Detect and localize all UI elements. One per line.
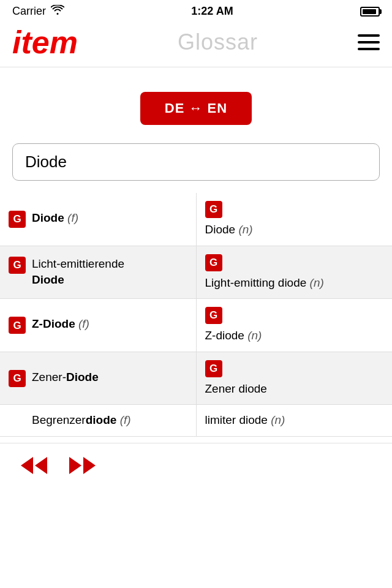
table-row: G Licht-emittierende Diode G Light-emitt… <box>0 246 392 299</box>
language-toggle-button[interactable]: DE ↔ EN <box>140 92 252 125</box>
carrier-label: Carrier <box>12 5 46 18</box>
g-badge: G <box>205 254 222 271</box>
rewind-button[interactable] <box>18 454 50 477</box>
battery-icon <box>360 7 380 17</box>
app-header: item Glossar <box>0 21 392 67</box>
footer-nav <box>0 443 392 488</box>
forward-icon <box>69 457 96 474</box>
en-cell: G Light-emitting diode (n) <box>196 246 392 299</box>
g-badge: G <box>205 360 222 377</box>
search-input[interactable] <box>12 143 380 181</box>
g-badge: G <box>9 370 26 387</box>
de-cell: G Zener-Diode <box>0 352 196 405</box>
de-cell: Begrenzerdiode (f) <box>0 405 196 437</box>
forward-button[interactable] <box>67 454 98 477</box>
de-cell: G Licht-emittierende Diode <box>0 246 196 299</box>
search-section <box>0 143 392 193</box>
g-badge: G <box>205 307 222 324</box>
g-badge: G <box>9 317 26 334</box>
table-row: Begrenzerdiode (f) limiter diode (n) <box>0 405 392 437</box>
en-cell: limiter diode (n) <box>196 405 392 437</box>
results-table: G Diode (f) G Diode (n) G <box>0 193 392 437</box>
app-logo: item <box>12 26 78 58</box>
status-bar: Carrier 1:22 AM <box>0 0 392 21</box>
table-row: G Zener-Diode G Zener diode <box>0 352 392 405</box>
rewind-icon <box>21 457 47 474</box>
header-title: Glossar <box>78 29 358 55</box>
language-toggle-section: DE ↔ EN <box>0 67 392 143</box>
en-cell: G Zener diode <box>196 352 392 405</box>
table-row: G Diode (f) G Diode (n) <box>0 193 392 246</box>
table-row: G Z-Diode (f) G Z-diode (n) <box>0 299 392 352</box>
clock: 1:22 AM <box>191 5 233 18</box>
g-badge: G <box>9 257 26 274</box>
menu-button[interactable] <box>358 34 380 50</box>
g-badge: G <box>9 211 26 228</box>
de-cell: G Z-Diode (f) <box>0 299 196 352</box>
en-cell: G Diode (n) <box>196 193 392 246</box>
g-badge: G <box>205 201 222 218</box>
wifi-icon <box>51 5 64 18</box>
en-cell: G Z-diode (n) <box>196 299 392 352</box>
de-cell: G Diode (f) <box>0 193 196 246</box>
